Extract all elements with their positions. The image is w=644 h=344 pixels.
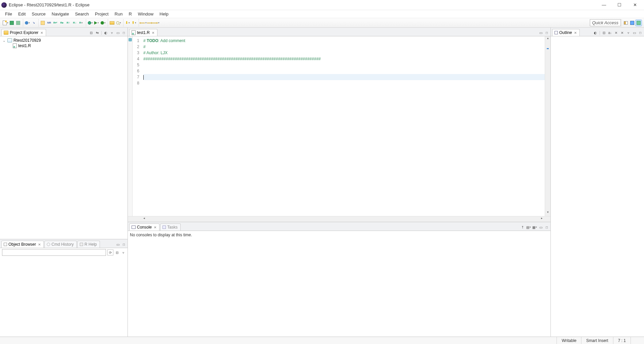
minimize-view-icon[interactable]: ▭ [115, 30, 120, 35]
task-marker-icon[interactable] [129, 38, 132, 41]
menu-project[interactable]: Project [92, 11, 111, 17]
menu-edit[interactable]: Edit [15, 11, 29, 17]
save-all-button[interactable] [15, 20, 21, 26]
menu-search[interactable]: Search [72, 11, 92, 17]
sort-icon[interactable]: a↓ [608, 30, 612, 35]
maximize-button[interactable]: ☐ [612, 0, 627, 10]
refresh-icon[interactable]: ⟳ [107, 249, 113, 255]
scroll-right-icon[interactable]: ▸ [539, 216, 545, 222]
new-button[interactable] [2, 20, 8, 26]
nav-back-button[interactable]: ⟸ [140, 20, 146, 26]
menu-source[interactable]: Source [29, 11, 48, 17]
pin-console-icon[interactable]: ⤒ [520, 225, 525, 230]
code-line[interactable]: ########################################… [143, 56, 545, 62]
close-icon[interactable]: ✕ [152, 31, 154, 35]
nav-last-edit-button[interactable]: ⟹ [153, 20, 159, 26]
view-menu-icon[interactable]: ▿ [626, 30, 631, 35]
object-browser-tab[interactable]: Object Browser ✕ [1, 241, 44, 248]
r-run-up-button[interactable]: R↑ [65, 20, 71, 26]
open-perspective-button[interactable] [623, 20, 629, 26]
code-line[interactable] [143, 62, 545, 68]
code-line[interactable] [143, 74, 545, 80]
save-button[interactable] [9, 20, 15, 26]
scroll-up-icon[interactable]: ▴ [545, 36, 550, 42]
collapse-icon[interactable]: ⊟ [115, 250, 119, 255]
outline-tab[interactable]: Outline ✕ [552, 29, 580, 36]
focus-active-icon[interactable]: ◐ [593, 30, 598, 35]
annotation-next-button[interactable]: ⬇ [124, 20, 131, 26]
close-icon[interactable]: ✕ [154, 226, 156, 229]
code-line[interactable]: # [143, 44, 545, 50]
project-tree[interactable]: ⌄ Rtest20170929 test1.R [0, 36, 128, 239]
file-node[interactable]: test1.R [2, 43, 126, 48]
status-writable[interactable]: Writable [557, 337, 581, 344]
minimize-button[interactable]: — [596, 0, 612, 10]
collapse-all-icon[interactable]: ⊟ [602, 30, 606, 35]
quick-access-field[interactable]: Quick Access [590, 19, 621, 26]
minimize-editor-icon[interactable]: ▭ [538, 30, 543, 35]
r-source-button[interactable]: ↘ [31, 20, 37, 26]
close-button[interactable]: ✕ [627, 0, 643, 10]
vertical-scrollbar[interactable]: ▴ ▾ [545, 36, 550, 216]
maximize-view-icon[interactable]: □ [121, 242, 126, 247]
maximize-view-icon[interactable]: □ [544, 225, 549, 230]
minimize-view-icon[interactable]: ▭ [538, 225, 543, 230]
menu-window[interactable]: Window [135, 11, 156, 17]
hide-nonpublic-icon[interactable]: ✕ [620, 30, 624, 35]
r-run-line-button[interactable]: R↵ [52, 20, 59, 26]
status-insert-mode[interactable]: Smart Insert [581, 337, 613, 344]
nav-fwd-button[interactable]: ⟹ [146, 20, 152, 26]
maximize-view-icon[interactable]: □ [638, 30, 643, 35]
r-run-down-button[interactable]: R↓ [72, 20, 78, 26]
line-number-gutter[interactable]: 12345678 [133, 36, 141, 216]
status-cursor-position[interactable]: 7 : 1 [613, 337, 631, 344]
code-line[interactable]: # TODO: Add comment [143, 38, 545, 44]
r-help-tab[interactable]: R Help [77, 241, 100, 248]
r-perspective-button[interactable] [636, 20, 642, 26]
focus-icon[interactable]: ◐ [103, 30, 108, 35]
r-run-sel-button[interactable]: R▸ [59, 20, 65, 26]
nr-button[interactable]: NR [46, 20, 52, 26]
open-folder-button[interactable] [109, 20, 115, 26]
debug-button[interactable] [87, 20, 93, 26]
maximize-editor-icon[interactable]: □ [544, 30, 549, 35]
minimize-view-icon[interactable]: ▭ [632, 30, 637, 35]
object-filter-input[interactable] [2, 249, 106, 256]
cmd-history-tab[interactable]: Cmd History [44, 241, 77, 248]
menu-help[interactable]: Help [156, 11, 172, 17]
expander-icon[interactable]: ⌄ [2, 39, 6, 42]
view-menu-icon[interactable]: ▿ [121, 250, 126, 255]
close-icon[interactable]: ✕ [38, 243, 41, 246]
code-line[interactable] [143, 68, 545, 74]
minimize-view-icon[interactable]: ▭ [115, 242, 120, 247]
project-explorer-tab[interactable]: Project Explorer ✕ [1, 29, 46, 36]
scroll-left-icon[interactable]: ◂ [141, 216, 147, 222]
hide-fields-icon[interactable]: ✕ [614, 30, 618, 35]
run-button[interactable] [94, 20, 100, 26]
display-console-icon[interactable]: ▤ [526, 225, 531, 230]
highlight-button[interactable] [40, 20, 46, 26]
menu-run[interactable]: Run [112, 11, 126, 17]
editor-tab-test1[interactable]: test1.R ✕ [129, 29, 157, 36]
search-button[interactable] [115, 20, 121, 26]
code-area[interactable]: # TODO: Add comment# # Author: LJX######… [141, 36, 545, 216]
r-submit-button[interactable] [24, 20, 30, 26]
editor-body[interactable]: 12345678 # TODO: Add comment# # Author: … [128, 36, 550, 216]
scroll-down-icon[interactable]: ▾ [545, 210, 550, 216]
collapse-all-icon[interactable]: ⊟ [89, 30, 94, 35]
code-line[interactable] [143, 80, 545, 86]
close-icon[interactable]: ✕ [574, 31, 577, 35]
ext-tools-button[interactable] [100, 20, 106, 26]
tasks-tab[interactable]: Tasks [160, 223, 181, 231]
horizontal-scrollbar[interactable]: ◂ ▸ [128, 216, 550, 222]
close-icon[interactable]: ✕ [40, 31, 43, 35]
project-node[interactable]: ⌄ Rtest20170929 [2, 38, 126, 43]
menu-navigate[interactable]: Navigate [49, 11, 72, 17]
r-run-more-button[interactable]: R [78, 20, 84, 26]
console-tab[interactable]: Console ✕ [129, 223, 159, 231]
maximize-view-icon[interactable]: □ [121, 30, 126, 35]
link-editor-icon[interactable]: ⇆ [95, 30, 100, 35]
menu-r[interactable]: R [126, 11, 135, 17]
view-menu-icon[interactable]: ▿ [109, 30, 114, 35]
menu-file[interactable]: File [2, 11, 15, 17]
